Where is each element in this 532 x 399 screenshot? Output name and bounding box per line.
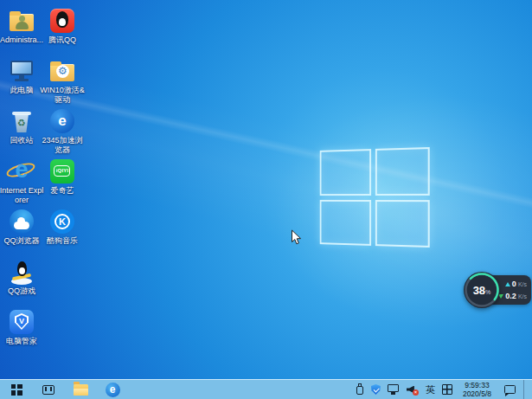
security-shield-icon[interactable]: [371, 384, 381, 395]
show-desktop-button[interactable]: [523, 380, 528, 399]
pc-manager-icon: V: [8, 308, 35, 336]
volume-muted-icon[interactable]: [407, 384, 419, 396]
desktop-icon-qq-games[interactable]: QQ游戏: [2, 258, 42, 296]
logo-pane: [320, 149, 371, 196]
icon-label: Internet Explorer: [0, 186, 44, 205]
desktop-icon-browser-2345[interactable]: e2345加速浏览器: [42, 107, 82, 155]
win10-activation-folder-icon: ⚙: [48, 57, 76, 85]
desktop-icon-kugou-music[interactable]: K酷狗音乐: [42, 208, 82, 246]
desktop-icon-iqiyi[interactable]: iQIYI爱奇艺: [42, 158, 82, 196]
qq-games-icon: [8, 258, 35, 286]
icon-label: 爱奇艺: [40, 186, 85, 196]
desktop-icon-recycle-bin[interactable]: ♻回收站: [2, 107, 42, 145]
clock-date: 2020/5/8: [463, 389, 491, 398]
ime-keyboard-icon[interactable]: [442, 384, 452, 395]
desktop-icon-pc-manager[interactable]: V电脑管家: [2, 308, 42, 346]
qq-browser-icon: [8, 208, 35, 235]
taskbar-task-view-button[interactable]: [40, 381, 57, 398]
file-explorer-icon: [74, 384, 88, 396]
administrator-icon: [8, 7, 35, 35]
icon-label: 腾讯QQ: [40, 35, 85, 45]
net-speed-widget[interactable]: 0 K/s 0.2 K/s 38 %: [464, 272, 532, 308]
taskbar-browser-button[interactable]: e: [104, 381, 121, 398]
logo-pane: [375, 200, 429, 248]
icon-label: 2345加速浏览器: [40, 136, 85, 155]
desktop-icon-this-pc[interactable]: 此电脑: [2, 57, 42, 95]
desktop-icon-internet-explorer[interactable]: eInternet Explorer: [2, 158, 42, 205]
icon-label: 酷狗音乐: [40, 236, 85, 246]
taskbar-left: e: [0, 381, 121, 398]
taskbar-clock[interactable]: 9:59:33 2020/5/8: [463, 381, 491, 398]
clock-time: 9:59:33: [463, 381, 491, 389]
windows-desktop: Administra...腾讯QQ此电脑⚙WIN10激活&驱动♻回收站e2345…: [0, 0, 532, 399]
action-center-icon[interactable]: [503, 384, 516, 396]
icon-label: 回收站: [0, 136, 44, 145]
taskbar-file-explorer-button[interactable]: [72, 381, 89, 398]
logo-pane: [375, 147, 429, 196]
icon-label: Administra...: [0, 35, 44, 45]
taskbar: e 英 9:59:33 2020/5/8: [0, 379, 532, 399]
display-icon[interactable]: [388, 384, 400, 395]
icon-label: QQ浏览器: [0, 236, 44, 246]
usb-device-icon[interactable]: [356, 383, 364, 396]
icon-label: 电脑管家: [0, 337, 44, 346]
upload-speed-value: 0: [512, 280, 516, 288]
logo-pane: [320, 199, 371, 246]
icon-label: QQ游戏: [0, 286, 44, 296]
upload-speed-unit: K/s: [518, 281, 527, 287]
tencent-qq-icon: [48, 7, 76, 35]
upload-arrow-icon: [505, 282, 510, 286]
download-speed-value: 0.2: [505, 292, 516, 300]
system-tray: 英 9:59:33 2020/5/8: [356, 380, 532, 399]
browser-icon: e: [106, 383, 120, 397]
this-pc-icon: [8, 57, 35, 85]
progress-ring-icon: [464, 272, 500, 308]
desktop-icon-administrator[interactable]: Administra...: [2, 7, 42, 45]
mouse-cursor: [291, 229, 302, 249]
acceleration-ball[interactable]: 38 %: [464, 272, 500, 308]
icon-label: 此电脑: [0, 86, 44, 95]
start-icon: [11, 384, 22, 396]
desktop-icon-win10-activation-folder[interactable]: ⚙WIN10激活&驱动: [42, 57, 82, 105]
icon-label: WIN10激活&驱动: [40, 86, 85, 105]
windows-logo: [320, 147, 430, 248]
desktop-icon-qq-browser[interactable]: QQ浏览器: [2, 208, 42, 246]
iqiyi-icon: iQIYI: [48, 158, 76, 185]
task-view-icon: [42, 385, 54, 395]
desktop-icon-tencent-qq[interactable]: 腾讯QQ: [42, 7, 82, 45]
language-indicator[interactable]: 英: [426, 383, 435, 396]
download-speed-unit: K/s: [518, 293, 527, 299]
recycle-bin-icon: ♻: [8, 107, 35, 135]
internet-explorer-icon: e: [8, 158, 35, 185]
browser-2345-icon: e: [48, 107, 76, 135]
taskbar-start-button[interactable]: [8, 381, 25, 398]
kugou-music-icon: K: [48, 208, 76, 235]
